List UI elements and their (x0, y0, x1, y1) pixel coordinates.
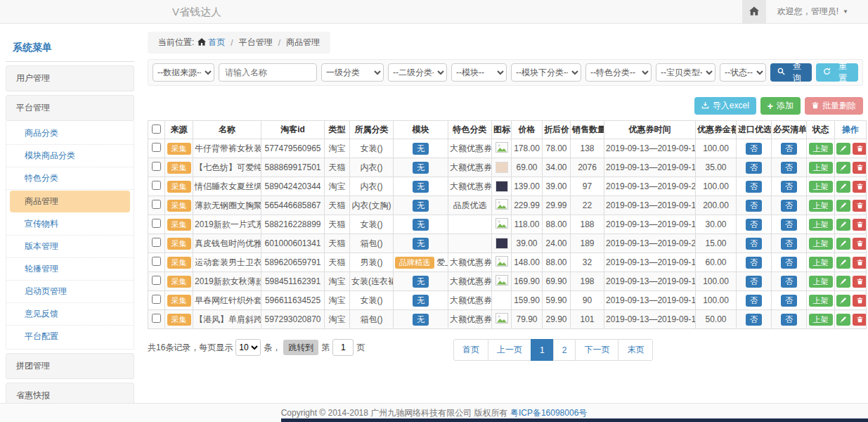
breadcrumb-home-link[interactable]: 首页 (197, 37, 225, 49)
pager-button-首页[interactable]: 首页 (453, 339, 488, 361)
module-badge[interactable]: 无 (413, 162, 429, 174)
row-checkbox[interactable] (152, 162, 161, 171)
row-checkbox[interactable] (152, 181, 161, 190)
edit-button[interactable] (836, 314, 850, 326)
sidebar-item-2[interactable]: 商品分类 (6, 122, 134, 145)
status-badge[interactable]: 上架 (809, 238, 833, 250)
per-page-select[interactable]: 10 (235, 339, 261, 356)
user-menu[interactable]: 欢迎您，管理员! ▼ (766, 0, 868, 23)
import-select-toggle[interactable]: 否 (746, 257, 762, 269)
row-checkbox[interactable] (152, 219, 161, 228)
must-buy-toggle[interactable]: 否 (781, 162, 797, 174)
pager-button-1[interactable]: 1 (531, 339, 554, 361)
filter-select-7[interactable]: --状态-- (720, 63, 766, 82)
add-button[interactable]: + 添加 (760, 97, 801, 115)
module-badge[interactable]: 品牌精选 (395, 257, 434, 269)
name-search-input[interactable] (219, 63, 317, 82)
sidebar-group-12[interactable]: 拼团管理 (6, 353, 134, 379)
module-badge[interactable]: 无 (413, 238, 429, 250)
delete-button[interactable] (853, 162, 867, 174)
edit-button[interactable] (836, 238, 850, 250)
import-select-toggle[interactable]: 否 (746, 219, 762, 231)
must-buy-toggle[interactable]: 否 (781, 276, 797, 288)
row-checkbox[interactable] (152, 276, 161, 285)
import-select-toggle[interactable]: 否 (746, 295, 762, 307)
row-checkbox[interactable] (152, 257, 161, 266)
home-button[interactable] (742, 0, 766, 23)
bulk-delete-button[interactable]: 批量删除 (805, 97, 863, 115)
delete-button[interactable] (853, 257, 867, 269)
status-badge[interactable]: 上架 (809, 314, 833, 326)
status-badge[interactable]: 上架 (809, 295, 833, 307)
pager-button-下一页[interactable]: 下一页 (575, 339, 618, 361)
must-buy-toggle[interactable]: 否 (781, 181, 797, 193)
row-checkbox[interactable] (152, 200, 161, 209)
delete-button[interactable] (853, 181, 867, 193)
select-all-checkbox[interactable] (152, 124, 161, 134)
status-badge[interactable]: 上架 (809, 181, 833, 193)
status-badge[interactable]: 上架 (809, 276, 833, 288)
must-buy-toggle[interactable]: 否 (781, 143, 797, 155)
import-select-toggle[interactable]: 否 (746, 181, 762, 193)
delete-button[interactable] (853, 143, 867, 155)
delete-button[interactable] (853, 200, 867, 212)
pager-button-上一页[interactable]: 上一页 (488, 339, 531, 361)
status-badge[interactable]: 上架 (809, 219, 833, 231)
delete-button[interactable] (853, 295, 867, 307)
delete-button[interactable] (853, 238, 867, 250)
reset-button[interactable]: 重置 (816, 63, 858, 82)
row-checkbox[interactable] (152, 314, 161, 323)
edit-button[interactable] (836, 162, 850, 174)
pager-button-2[interactable]: 2 (553, 339, 576, 361)
edit-button[interactable] (836, 143, 850, 155)
row-checkbox[interactable] (152, 238, 161, 247)
pager-button-末页[interactable]: 末页 (618, 339, 653, 361)
must-buy-toggle[interactable]: 否 (781, 219, 797, 231)
sidebar-item-6[interactable]: 宣传物料 (6, 213, 134, 236)
must-buy-toggle[interactable]: 否 (781, 200, 797, 212)
query-button[interactable]: 查询 (770, 63, 812, 82)
jump-button[interactable]: 跳转到 (283, 340, 318, 355)
sidebar-item-8[interactable]: 轮播管理 (6, 258, 134, 281)
sidebar-item-3[interactable]: 模块商品分类 (6, 145, 134, 167)
must-buy-toggle[interactable]: 否 (781, 257, 797, 269)
must-buy-toggle[interactable]: 否 (781, 238, 797, 250)
edit-button[interactable] (836, 181, 850, 193)
sidebar-item-7[interactable]: 版本管理 (6, 236, 134, 258)
edit-button[interactable] (836, 257, 850, 269)
import-excel-button[interactable]: 导入excel (694, 97, 756, 115)
delete-button[interactable] (853, 314, 867, 326)
delete-button[interactable] (853, 276, 867, 288)
module-badge[interactable]: 无 (413, 295, 429, 307)
status-badge[interactable]: 上架 (809, 200, 833, 212)
module-badge[interactable]: 无 (413, 200, 429, 212)
module-badge[interactable]: 无 (413, 276, 429, 288)
jump-page-input[interactable] (332, 339, 354, 356)
filter-select-6[interactable]: --宝贝类型-- (656, 63, 715, 82)
sidebar-item-10[interactable]: 意见反馈 (6, 303, 134, 326)
status-badge[interactable]: 上架 (809, 143, 833, 155)
module-badge[interactable]: 无 (413, 143, 429, 155)
filter-select-2[interactable]: --二级分类-- (388, 63, 447, 82)
import-select-toggle[interactable]: 否 (746, 314, 762, 326)
sidebar-item-11[interactable]: 平台配置 (6, 326, 134, 347)
import-select-toggle[interactable]: 否 (746, 143, 762, 155)
row-checkbox[interactable] (152, 143, 161, 152)
filter-select-5[interactable]: --特色分类-- (585, 63, 652, 82)
edit-button[interactable] (836, 295, 850, 307)
sidebar-item-4[interactable]: 特色分类 (6, 167, 134, 190)
sidebar-group-0[interactable]: 用户管理 (6, 65, 134, 91)
sidebar-item-9[interactable]: 启动页管理 (6, 281, 134, 303)
filter-select-3[interactable]: --模块-- (451, 63, 507, 82)
status-badge[interactable]: 上架 (809, 162, 833, 174)
sidebar-item-5-active[interactable]: 商品管理 (10, 191, 130, 212)
delete-button[interactable] (853, 219, 867, 231)
edit-button[interactable] (836, 276, 850, 288)
filter-select-0[interactable]: --数据来源-- (153, 63, 214, 82)
module-badge[interactable]: 无 (413, 314, 429, 326)
filter-select-4[interactable]: --模块下分类-- (511, 63, 581, 82)
edit-button[interactable] (836, 200, 850, 212)
icp-link[interactable]: 粤ICP备16098006号 (510, 407, 587, 419)
import-select-toggle[interactable]: 否 (746, 276, 762, 288)
import-select-toggle[interactable]: 否 (746, 162, 762, 174)
